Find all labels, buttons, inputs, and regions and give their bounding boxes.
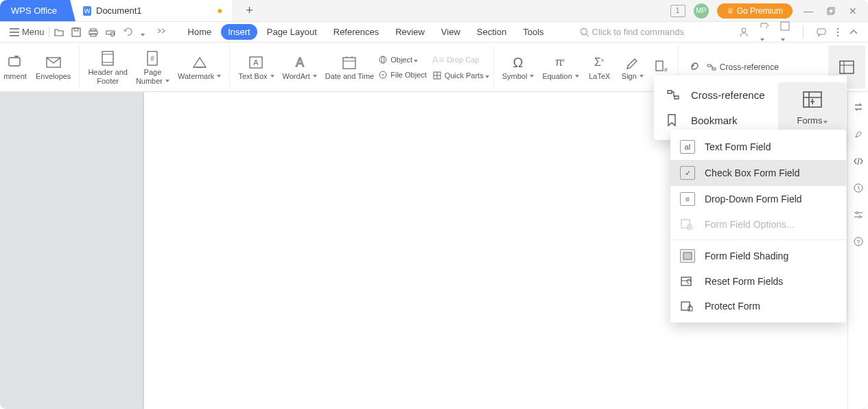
user-icon[interactable] bbox=[738, 27, 749, 38]
maximize-button[interactable] bbox=[824, 7, 838, 15]
symbol-icon: Ω bbox=[513, 54, 524, 71]
print-preview-icon[interactable] bbox=[105, 27, 116, 38]
share-icon[interactable] bbox=[759, 21, 770, 44]
envelope-icon bbox=[45, 54, 62, 71]
tab-home[interactable]: Home bbox=[181, 24, 219, 40]
latex-button[interactable]: Σx LaTeX bbox=[583, 52, 616, 82]
checkbox-form-field-item[interactable]: ✓ Check Box Form Field bbox=[670, 160, 846, 186]
symbol-label: Symbol bbox=[502, 72, 535, 80]
sign-icon bbox=[625, 54, 640, 71]
comment-pane-icon[interactable] bbox=[816, 27, 827, 38]
page-number-button[interactable]: # Page Number bbox=[132, 48, 174, 86]
undo-icon[interactable] bbox=[122, 27, 133, 38]
shading-label: Form Field Shading bbox=[705, 250, 788, 261]
svg-text:#: # bbox=[151, 55, 155, 62]
user-avatar[interactable]: MP bbox=[694, 3, 709, 19]
dropdown-form-field-item[interactable]: ≡ Drop-Down Form Field bbox=[670, 186, 846, 212]
object-label: Object bbox=[390, 56, 418, 64]
save-icon[interactable] bbox=[71, 27, 82, 38]
datetime-button[interactable]: Date and Time bbox=[321, 52, 379, 82]
forms-button[interactable]: Forms bbox=[781, 113, 844, 128]
crown-icon: ♕ bbox=[727, 6, 734, 16]
dropcap-button[interactable]: A≡ Drop Cap bbox=[432, 54, 489, 65]
app-tab[interactable]: WPS Office bbox=[0, 0, 75, 21]
minimize-button[interactable]: — bbox=[801, 5, 816, 16]
protect-form-item[interactable]: Protect Form bbox=[670, 294, 846, 318]
wordart-button[interactable]: A WordArt bbox=[279, 52, 321, 82]
quickparts-button[interactable]: Quick Parts bbox=[432, 71, 489, 80]
symbol-button[interactable]: Ω Symbol bbox=[498, 52, 539, 82]
object-button[interactable]: Object bbox=[378, 55, 427, 65]
equation-button[interactable]: πx Equation bbox=[538, 52, 583, 82]
document-tab[interactable]: W Document1 • bbox=[73, 0, 232, 21]
comment-button[interactable]: mment bbox=[0, 52, 32, 82]
menu-button[interactable]: Menu bbox=[10, 27, 49, 37]
checkbox-field-label: Check Box Form Field bbox=[705, 167, 799, 178]
side-history-icon[interactable] bbox=[853, 183, 864, 194]
go-premium-button[interactable]: ♕ Go Premium bbox=[717, 3, 793, 19]
side-help-icon[interactable]: ? bbox=[853, 236, 864, 247]
side-settings-icon[interactable] bbox=[853, 210, 864, 220]
tab-insert[interactable]: Insert bbox=[221, 24, 257, 40]
more-qa-icon[interactable] bbox=[156, 27, 167, 38]
window-counter[interactable]: 1 bbox=[670, 5, 685, 17]
tab-tools[interactable]: Tools bbox=[516, 24, 550, 40]
attachment-icon bbox=[687, 58, 702, 75]
undo-dropdown[interactable] bbox=[139, 27, 150, 38]
attachment-button[interactable] bbox=[683, 56, 706, 78]
svg-point-15 bbox=[837, 27, 838, 29]
reset-form-fields-item[interactable]: Reset Form Fields bbox=[670, 269, 846, 294]
envelopes-button[interactable]: Envelopes bbox=[32, 52, 75, 82]
close-button[interactable]: ✕ bbox=[846, 5, 860, 16]
insert-number-button[interactable]: # bbox=[649, 56, 674, 78]
header-footer-button[interactable]: Header and Footer bbox=[84, 48, 132, 86]
new-tab-button[interactable]: + bbox=[246, 3, 253, 18]
side-code-icon[interactable] bbox=[853, 156, 864, 166]
datetime-label: Date and Time bbox=[325, 72, 375, 80]
tab-view[interactable]: View bbox=[434, 24, 467, 40]
search-placeholder: Click to find commands bbox=[592, 27, 684, 37]
textbox-button[interactable]: A Text Box bbox=[234, 52, 278, 82]
unsaved-dot-icon: • bbox=[217, 3, 222, 19]
crossref-label: Cross-reference bbox=[720, 62, 779, 72]
save-cloud-icon[interactable] bbox=[779, 21, 790, 44]
avatar-initials: MP bbox=[696, 7, 706, 14]
header-footer-icon bbox=[100, 49, 115, 67]
app-tab-label: WPS Office bbox=[11, 5, 57, 16]
print-icon[interactable] bbox=[88, 27, 99, 38]
more-icon[interactable] bbox=[836, 27, 839, 37]
textbox-icon: A bbox=[248, 54, 264, 71]
tab-page-layout[interactable]: Page Layout bbox=[260, 24, 324, 40]
tab-references[interactable]: References bbox=[327, 24, 386, 40]
svg-text:A: A bbox=[296, 56, 304, 69]
form-options-label: Form Field Options... bbox=[705, 219, 795, 230]
fileobject-icon bbox=[378, 70, 388, 80]
wordart-icon: A bbox=[292, 54, 308, 71]
divider bbox=[803, 26, 804, 38]
tab-section[interactable]: Section bbox=[470, 24, 513, 40]
fileobject-button[interactable]: File Object bbox=[378, 70, 427, 80]
dropcap-label: Drop Cap bbox=[447, 56, 479, 64]
separator bbox=[670, 239, 846, 240]
svg-rect-7 bbox=[91, 29, 96, 31]
collapse-ribbon-icon[interactable] bbox=[849, 29, 858, 36]
hamburger-icon bbox=[10, 28, 19, 36]
svg-rect-44 bbox=[681, 220, 690, 228]
open-icon[interactable] bbox=[54, 27, 64, 38]
text-form-field-item[interactable]: aI Text Form Field bbox=[670, 134, 846, 160]
window-count: 1 bbox=[676, 7, 680, 14]
equation-icon: πx bbox=[552, 54, 569, 71]
side-swap-icon[interactable] bbox=[853, 102, 864, 113]
header-footer-label-2: Footer bbox=[97, 77, 119, 85]
side-style-icon[interactable] bbox=[853, 129, 864, 140]
command-search[interactable]: Click to find commands bbox=[580, 27, 684, 37]
tab-review[interactable]: Review bbox=[388, 24, 432, 40]
watermark-button[interactable]: Watermark bbox=[174, 52, 225, 82]
crossref-button[interactable]: Cross-reference bbox=[706, 62, 779, 72]
sign-button[interactable]: Sign bbox=[616, 52, 649, 82]
svg-point-27 bbox=[379, 56, 386, 63]
latex-icon: Σx bbox=[591, 54, 608, 71]
form-field-shading-item[interactable]: Form Field Shading bbox=[670, 243, 846, 269]
crossref-icon bbox=[666, 89, 681, 101]
svg-point-28 bbox=[382, 56, 384, 63]
